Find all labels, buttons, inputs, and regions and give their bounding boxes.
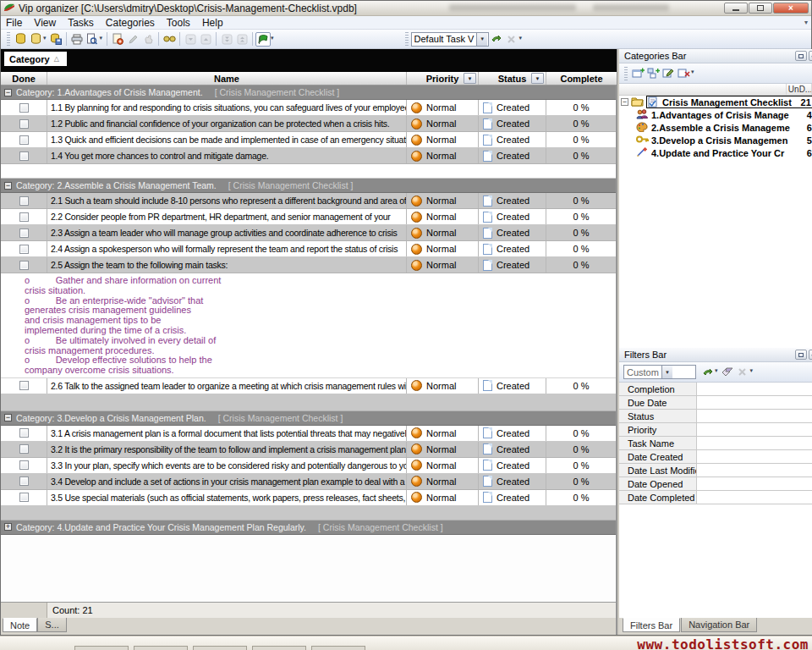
column-header-status[interactable]: Status ▼ <box>479 72 546 85</box>
save-database-icon[interactable] <box>48 32 63 47</box>
task-row[interactable]: 2.6 Talk to the assigned team leader to … <box>1 378 616 394</box>
new-task-icon[interactable] <box>110 32 125 47</box>
apply-filter-dropdown-icon[interactable]: ▾ <box>715 367 718 374</box>
category-group-header[interactable]: −Category: 1.Advantages of Crisis Manage… <box>1 85 616 100</box>
edit-task-icon[interactable] <box>125 32 140 47</box>
task-checkbox[interactable] <box>19 493 29 502</box>
status-filter-dropdown-icon[interactable]: ▼ <box>531 73 544 84</box>
new-database-icon[interactable] <box>13 32 28 47</box>
task-checkbox[interactable] <box>19 261 29 270</box>
filter-value-field[interactable] <box>697 450 812 463</box>
new-subcategory-icon[interactable] <box>645 66 661 80</box>
filter-preset-dropdown-icon[interactable]: ▼ <box>661 366 672 378</box>
menu-tasks[interactable]: Tasks <box>68 17 94 29</box>
task-row[interactable]: 3.2 It is the primary responsibility of … <box>1 442 616 458</box>
clear-view-icon[interactable] <box>504 32 519 47</box>
column-header-complete[interactable]: Complete <box>546 72 617 85</box>
task-checkbox[interactable] <box>19 119 29 129</box>
menu-categories[interactable]: Categories <box>106 17 155 29</box>
task-checkbox[interactable] <box>19 381 29 390</box>
clear-filter-icon[interactable] <box>720 365 735 379</box>
menu-view[interactable]: View <box>34 17 56 29</box>
collapse-icon[interactable]: − <box>4 414 12 421</box>
menu-file[interactable]: File <box>6 17 22 29</box>
menu-tools[interactable]: Tools <box>167 17 190 29</box>
filter-preset-combobox[interactable]: Custom ▼ <box>623 365 696 379</box>
priority-filter-dropdown-icon[interactable]: ▼ <box>464 73 476 84</box>
category-tree-item[interactable]: 1.Advantages of Crisis Manage44 <box>619 108 812 121</box>
collapse-icon[interactable]: − <box>621 98 628 106</box>
task-view-combobox[interactable]: Default Task V ▼ <box>411 32 489 47</box>
filter-value-field[interactable] <box>697 383 812 395</box>
task-checkbox[interactable] <box>19 245 29 254</box>
task-row[interactable]: 3.3 In your plan, specify which events a… <box>1 458 616 474</box>
print-dropdown-icon[interactable]: ▾ <box>100 35 103 41</box>
filters-toolbar-overflow-icon[interactable]: ▾ <box>750 367 754 374</box>
notify-flag-icon[interactable] <box>255 32 271 47</box>
category-tree-item[interactable]: −Crisis Management Checklist2121 <box>619 96 812 108</box>
category-group-header[interactable]: −Category: 3.Develop a Crisis Management… <box>1 411 616 426</box>
move-up-icon[interactable] <box>198 32 213 47</box>
task-row[interactable]: 2.5 Assign the team to the following mai… <box>1 257 616 273</box>
task-row[interactable]: 3.5 Use special materials (such as offic… <box>1 490 616 506</box>
view-toolbar-overflow-icon[interactable]: ▾ <box>519 35 523 41</box>
task-row[interactable]: 1.1 By planning for and responding to cr… <box>1 100 616 116</box>
filters-restore-icon[interactable] <box>795 350 807 360</box>
task-row[interactable]: 2.1 Such a team should include 8-10 pers… <box>1 193 616 209</box>
task-row[interactable]: 3.4 Develop and include a set of actions… <box>1 474 616 490</box>
expand-icon[interactable]: + <box>4 523 12 531</box>
task-checkbox[interactable] <box>19 428 29 438</box>
minimize-button[interactable] <box>724 3 748 14</box>
category-group-header[interactable]: +Category: 4.Update and Practice Your Cr… <box>1 521 616 535</box>
print-preview-icon[interactable] <box>85 32 100 47</box>
task-row[interactable]: 2.4 Assign a spokesperson who will forma… <box>1 241 616 257</box>
view-glasses-icon[interactable] <box>162 32 177 47</box>
task-row[interactable]: 1.4 You get more chances to control and … <box>1 148 616 164</box>
close-button[interactable]: × <box>773 3 809 14</box>
task-checkbox[interactable] <box>19 103 29 113</box>
filter-value-field[interactable] <box>697 410 812 422</box>
maximize-button[interactable] <box>749 3 772 14</box>
filter-value-field[interactable] <box>697 491 812 504</box>
categories-toolbar-overflow-icon[interactable]: ▾ <box>691 69 694 75</box>
filter-value-field[interactable] <box>697 437 812 449</box>
task-checkbox[interactable] <box>19 212 29 222</box>
move-top-icon[interactable] <box>234 32 250 47</box>
task-row[interactable]: 1.3 Quick and efficient decisions can be… <box>1 132 616 148</box>
new-category-icon[interactable] <box>630 66 645 80</box>
column-undone[interactable]: UnD... <box>786 84 811 95</box>
task-row[interactable]: 2.3 Assign a team leader who will manage… <box>1 225 616 241</box>
category-tree-item[interactable]: 2.Assemble a Crisis Manageme66 <box>619 121 812 134</box>
tab-navigation-bar[interactable]: Navigation Bar <box>681 618 757 632</box>
apply-view-icon[interactable] <box>489 32 504 47</box>
move-bottom-icon[interactable] <box>219 32 234 47</box>
categories-restore-icon[interactable] <box>795 51 807 61</box>
print-icon[interactable] <box>69 32 85 47</box>
filter-value-field[interactable] <box>697 396 812 409</box>
filter-value-field[interactable] <box>697 423 812 436</box>
edit-category-icon[interactable] <box>661 66 676 80</box>
task-row[interactable]: 2.2 Consider people from PR department, … <box>1 209 616 225</box>
task-row[interactable]: 1.2 Public and financial confidence of y… <box>1 116 616 132</box>
filter-value-field[interactable] <box>697 477 812 490</box>
drag-task-icon[interactable] <box>140 32 156 47</box>
tab-s[interactable]: S... <box>37 618 67 632</box>
task-view-dropdown-icon[interactable]: ▼ <box>476 33 487 46</box>
group-by-category-button[interactable]: Category △ <box>4 52 67 66</box>
category-group-header[interactable]: −Category: 2.Assemble a Crisis Managemen… <box>1 179 616 193</box>
collapse-icon[interactable]: − <box>4 89 12 96</box>
tab-note[interactable]: Note <box>3 618 37 632</box>
category-tree-item[interactable]: 4.Update and Practice Your Cr66 <box>619 146 812 159</box>
column-header-priority[interactable]: Priority ▼ <box>407 72 479 85</box>
task-checkbox[interactable] <box>19 460 29 470</box>
column-header-name[interactable]: Name <box>47 72 407 85</box>
notify-dropdown-icon[interactable]: ▾ <box>271 35 274 41</box>
task-checkbox[interactable] <box>19 444 29 454</box>
open-database-icon[interactable] <box>28 32 43 47</box>
collapse-icon[interactable]: − <box>4 182 12 190</box>
delete-filter-icon[interactable] <box>735 365 750 379</box>
task-checkbox[interactable] <box>19 196 29 206</box>
filters-pin-icon[interactable] <box>809 350 812 360</box>
move-down-icon[interactable] <box>183 32 198 47</box>
tab-filters-bar[interactable]: Filters Bar <box>623 618 680 632</box>
